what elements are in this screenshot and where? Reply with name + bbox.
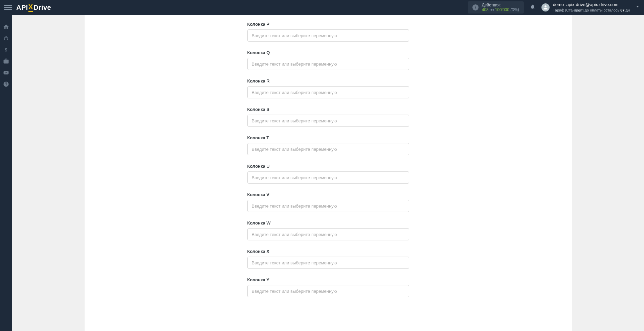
logo-part1: API <box>16 4 28 11</box>
dollar-icon <box>3 47 9 52</box>
label-col-u: Колонка U <box>247 164 409 169</box>
label-col-t: Колонка T <box>247 135 409 140</box>
label-col-r: Колонка R <box>247 78 409 84</box>
input-col-x[interactable] <box>247 257 409 269</box>
input-col-p[interactable] <box>247 29 409 42</box>
actions-count: 408 <box>482 7 489 12</box>
sidebar-item-toolbox[interactable] <box>3 58 9 64</box>
input-col-s[interactable] <box>247 115 409 127</box>
input-col-u[interactable] <box>247 171 409 184</box>
form-group-col-w: Колонка W <box>247 220 409 240</box>
label-col-y: Колонка Y <box>247 277 409 282</box>
form-group-col-q: Колонка Q <box>247 50 409 70</box>
input-col-v[interactable] <box>247 200 409 212</box>
label-col-p: Колонка P <box>247 22 409 27</box>
plan-days: 67 <box>620 8 624 12</box>
briefcase-icon <box>3 58 9 64</box>
actions-total: 100'000 <box>495 7 509 12</box>
actions-separator: из <box>490 7 494 12</box>
user-menu[interactable]: demo_apix-drive@apix-drive.com Тариф |Ст… <box>541 2 640 13</box>
home-icon <box>3 24 9 30</box>
content-panel: Колонка PКолонка QКолонка RКолонка SКоло… <box>85 15 572 331</box>
input-col-t[interactable] <box>247 143 409 155</box>
user-email: demo_apix-drive@apix-drive.com <box>553 2 630 8</box>
label-col-w: Колонка W <box>247 220 409 226</box>
form-group-col-r: Колонка R <box>247 78 409 98</box>
sidebar-item-video[interactable] <box>3 70 9 76</box>
hamburger-menu[interactable] <box>4 3 12 11</box>
sidebar-item-integrations[interactable] <box>3 35 9 41</box>
input-col-y[interactable] <box>247 285 409 297</box>
sidebar-item-home[interactable] <box>3 24 9 30</box>
user-info: demo_apix-drive@apix-drive.com Тариф |Ст… <box>553 2 630 13</box>
header-right: i Действия: 408 из 100'000 (0%) demo_api… <box>468 1 640 14</box>
plan-prefix: Тариф |Стандарт| до оплаты осталось <box>553 8 621 12</box>
sitemap-icon <box>3 35 9 41</box>
info-icon: i <box>472 4 479 10</box>
form-group-col-t: Колонка T <box>247 135 409 155</box>
form-group-col-u: Колонка U <box>247 164 409 184</box>
actions-stats: 408 из 100'000 (0%) <box>482 7 519 12</box>
top-header: APIXDrive i Действия: 408 из 100'000 (0%… <box>0 0 644 15</box>
form-column: Колонка PКолонка QКолонка RКолонка SКоло… <box>247 15 409 317</box>
label-col-s: Колонка S <box>247 107 409 112</box>
question-icon <box>3 81 9 87</box>
notifications-bell[interactable] <box>530 4 535 11</box>
logo[interactable]: APIXDrive <box>16 3 51 12</box>
input-col-w[interactable] <box>247 228 409 240</box>
form-group-col-y: Колонка Y <box>247 277 409 297</box>
form-group-col-x: Колонка X <box>247 249 409 269</box>
main-area: Колонка PКолонка QКолонка RКолонка SКоло… <box>12 15 644 331</box>
plan-suffix: дн <box>624 8 630 12</box>
left-sidebar <box>0 15 12 331</box>
form-group-col-v: Колонка V <box>247 192 409 212</box>
actions-text: Действия: 408 из 100'000 (0%) <box>482 3 519 13</box>
label-col-q: Колонка Q <box>247 50 409 55</box>
form-group-col-p: Колонка P <box>247 22 409 42</box>
sidebar-item-billing[interactable] <box>3 47 9 53</box>
input-col-r[interactable] <box>247 86 409 98</box>
sidebar-item-help[interactable] <box>3 81 9 87</box>
label-col-x: Колонка X <box>247 249 409 254</box>
logo-part3: Drive <box>34 4 51 11</box>
bell-icon <box>530 4 535 9</box>
actions-counter[interactable]: i Действия: 408 из 100'000 (0%) <box>468 1 524 14</box>
label-col-v: Колонка V <box>247 192 409 197</box>
avatar <box>541 3 550 11</box>
logo-part2: X <box>28 3 33 12</box>
form-group-col-s: Колонка S <box>247 107 409 127</box>
chevron-down-icon <box>635 4 640 10</box>
input-col-q[interactable] <box>247 58 409 70</box>
actions-label: Действия: <box>482 3 519 7</box>
user-icon <box>542 4 549 10</box>
youtube-icon <box>3 70 9 76</box>
actions-percent: (0%) <box>510 7 519 12</box>
user-plan: Тариф |Стандарт| до оплаты осталось 67 д… <box>553 8 630 13</box>
